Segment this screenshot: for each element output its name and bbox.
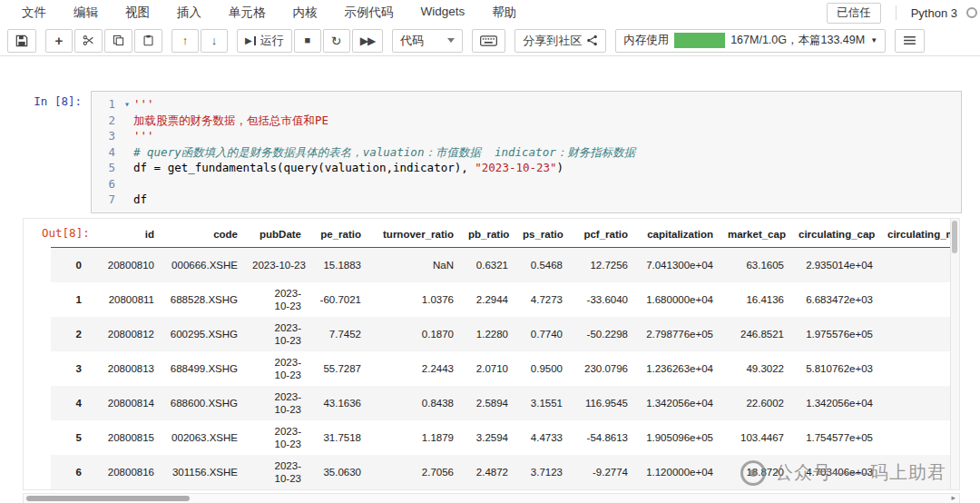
vertical-scrollbar[interactable] bbox=[950, 219, 959, 489]
fold-spacer bbox=[121, 128, 133, 144]
trusted-badge[interactable]: 已信任 bbox=[827, 3, 881, 24]
fold-spacer bbox=[121, 113, 133, 129]
move-cell-up-button[interactable]: ↑ bbox=[172, 29, 199, 53]
table-cell: 230.0796 bbox=[570, 351, 635, 386]
paste-cell-button[interactable] bbox=[134, 29, 162, 53]
table-cell: 20800814 bbox=[89, 386, 162, 420]
horizontal-scrollbar[interactable]: ▸ bbox=[23, 493, 960, 503]
table-cell: -54.8613 bbox=[570, 420, 635, 455]
stop-button[interactable]: ■ bbox=[294, 29, 321, 53]
vertical-scrollbar-thumb[interactable] bbox=[952, 221, 957, 253]
move-cell-down-button[interactable]: ↓ bbox=[201, 29, 228, 53]
table-cell: 4.703406e+03 bbox=[791, 455, 880, 489]
table-cell: 1.2280 bbox=[461, 317, 515, 351]
table-cell: 103.4467 bbox=[720, 420, 791, 455]
menu-item-2[interactable]: 视图 bbox=[125, 5, 150, 21]
menu-item-0[interactable]: 文件 bbox=[22, 5, 46, 21]
line-number: 1 bbox=[92, 96, 121, 113]
code-line[interactable]: 1▾''' bbox=[92, 96, 961, 113]
table-cell: 116.9545 bbox=[570, 386, 635, 420]
cell-type-select[interactable]: 代码 bbox=[392, 29, 463, 53]
arrow-down-icon: ↓ bbox=[211, 35, 218, 46]
fold-spacer bbox=[121, 144, 133, 161]
code-line[interactable]: 4# query函数填入的是财务数据具体的表名，valuation：市值数据 i… bbox=[92, 144, 961, 161]
column-header: pb_ratio bbox=[461, 219, 515, 248]
save-button[interactable] bbox=[7, 29, 36, 53]
table-cell: 688499.XSHG bbox=[162, 351, 245, 386]
input-area: In [8]: 1▾'''2加载股票的财务数据，包括总市值和PE3'''4# q… bbox=[0, 91, 980, 213]
memory-widget[interactable]: 内存使用 167M/1.0G，本篇133.49M ▼ bbox=[615, 29, 886, 53]
menu-item-1[interactable]: 编辑 bbox=[74, 5, 98, 21]
menu-item-6[interactable]: 示例代码 bbox=[345, 5, 394, 21]
scroll-right-icon[interactable]: ▸ bbox=[951, 493, 956, 502]
table-cell: 16.4136 bbox=[720, 282, 791, 317]
kernel-status-icon bbox=[966, 7, 977, 18]
table-cell: 4.7273 bbox=[515, 282, 570, 317]
cut-cell-button[interactable] bbox=[74, 29, 103, 53]
copy-icon bbox=[113, 35, 124, 46]
table-cell: 600295.XSHG bbox=[162, 317, 245, 351]
table-cell: 0.1870 bbox=[368, 317, 461, 351]
restart-kernel-button[interactable]: ↻ bbox=[323, 29, 350, 53]
restart-icon: ↻ bbox=[331, 35, 342, 47]
run-icon: ▶ bbox=[245, 35, 256, 45]
table-cell: 688528.XSHG bbox=[162, 282, 245, 317]
table-cell: 20800816 bbox=[89, 455, 162, 489]
run-label: 运行 bbox=[260, 33, 284, 49]
line-number: 3 bbox=[92, 128, 121, 144]
run-button[interactable]: ▶ 运行 bbox=[237, 29, 292, 53]
table-cell: 2.798776e+05 bbox=[635, 317, 720, 351]
keyboard-shortcuts-button[interactable] bbox=[472, 29, 505, 53]
code-line[interactable]: 2加载股票的财务数据，包括总市值和PE bbox=[92, 113, 961, 129]
menu-right: 已信任 Python 3 bbox=[827, 3, 971, 24]
code-line[interactable]: 6 bbox=[92, 176, 961, 192]
row-index: 3 bbox=[51, 351, 89, 386]
menu-item-4[interactable]: 单元格 bbox=[229, 5, 266, 21]
table-cell: 246.8521 bbox=[720, 317, 791, 351]
output-scroll-region: Out[8]: idcodepubDatepe_ratioturnover_ra… bbox=[23, 218, 960, 490]
stop-icon: ■ bbox=[304, 35, 310, 45]
chevron-down-icon bbox=[447, 38, 455, 43]
menu-item-7[interactable]: Widgets bbox=[421, 5, 466, 21]
table-cell: 20800810 bbox=[89, 248, 162, 282]
menu-item-3[interactable]: 插入 bbox=[177, 5, 201, 21]
table-cell: -60.7021 bbox=[309, 282, 368, 317]
code-editor[interactable]: 1▾'''2加载股票的财务数据，包括总市值和PE3'''4# query函数填入… bbox=[91, 91, 962, 213]
memory-value: 167M/1.0G，本篇133.49M bbox=[730, 33, 865, 48]
line-number: 4 bbox=[92, 144, 121, 161]
column-header: market_cap bbox=[720, 219, 791, 248]
divider bbox=[896, 5, 897, 20]
table-cell: 17 bbox=[880, 317, 960, 351]
table-cell: 0.6321 bbox=[461, 248, 515, 282]
plus-icon: + bbox=[55, 34, 64, 47]
table-cell: 1.342056e+04 bbox=[635, 386, 720, 420]
table-cell: 20800811 bbox=[89, 282, 162, 317]
copy-cell-button[interactable] bbox=[104, 29, 132, 53]
line-number: 7 bbox=[92, 192, 121, 208]
table-cell: 301156.XSHE bbox=[162, 455, 245, 489]
menu-item-8[interactable]: 帮助 bbox=[492, 5, 516, 21]
fold-arrow-icon[interactable]: ▾ bbox=[121, 96, 133, 113]
command-palette-button[interactable] bbox=[895, 29, 925, 53]
table-cell: 000666.XSHE bbox=[162, 248, 245, 282]
code-line[interactable]: 5df = get_fundamentals(query(valuation,i… bbox=[92, 160, 961, 176]
row-index: 1 bbox=[51, 282, 89, 317]
code-cell[interactable]: In [8]: 1▾'''2加载股票的财务数据，包括总市值和PE3'''4# q… bbox=[0, 91, 980, 503]
add-cell-button[interactable]: + bbox=[45, 29, 73, 53]
line-number: 6 bbox=[92, 176, 121, 192]
table-cell: 1.754577e+05 bbox=[791, 420, 880, 455]
table-cell: 20800812 bbox=[89, 317, 162, 351]
table-row: 120800811688528.XSHG2023- 10-23-60.70211… bbox=[51, 282, 960, 317]
menu-item-5[interactable]: 内核 bbox=[293, 5, 318, 21]
code-line[interactable]: 7df bbox=[92, 192, 961, 208]
horizontal-scrollbar-thumb[interactable] bbox=[26, 496, 190, 501]
code-line[interactable]: 3''' bbox=[92, 128, 961, 144]
table-cell: 3.1551 bbox=[515, 386, 570, 420]
table-cell: 2 bbox=[880, 248, 960, 282]
table-cell: 20800815 bbox=[89, 420, 162, 455]
menu-bar: 文件编辑视图插入单元格内核示例代码Widgets帮助 已信任 Python 3 bbox=[0, 0, 980, 25]
share-button[interactable]: 分享到社区 bbox=[514, 29, 606, 53]
table-cell: -50.2298 bbox=[570, 317, 635, 351]
table-cell: 22.6002 bbox=[720, 386, 791, 420]
restart-run-all-button[interactable]: ▶▶ bbox=[352, 29, 383, 53]
